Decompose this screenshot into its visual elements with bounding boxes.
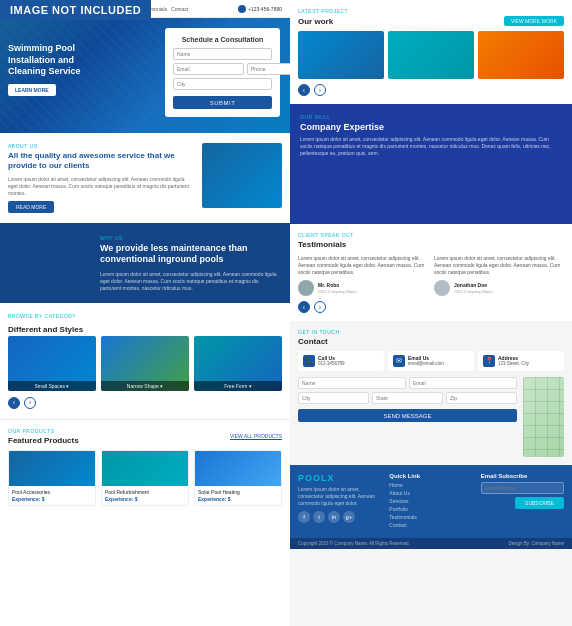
email-icon: ✉ [393, 355, 405, 367]
product-2-price: Experience: $ [105, 496, 185, 502]
footer-link-testimonials[interactable]: Testimonials [389, 514, 472, 520]
footer-copyright: Copyright 2023 © Company Name. All Right… [290, 538, 572, 549]
testimonials-heading: Testimonials [298, 240, 564, 249]
product-1-name: Pool Accessories [12, 489, 92, 495]
maintenance-label: Why Us [100, 235, 278, 241]
phone-input[interactable] [247, 63, 290, 75]
map-grid [523, 377, 564, 457]
footer-links-heading: Quick Link [389, 473, 472, 479]
category-section: Browse By Category Different and Styles … [0, 303, 290, 419]
service-read-more-button[interactable]: READ MORE [8, 201, 54, 213]
contact-icon-cards: 📞 Call Us 012-3456789 ✉ Email Us email@e… [298, 351, 564, 371]
phone-icon [238, 5, 246, 13]
category-label: Browse By Category [8, 313, 282, 319]
product-3-name: Solar Pool Heating [198, 489, 278, 495]
contact-city-input[interactable] [298, 392, 369, 404]
expertise-description: Lorem ipsum dolor sit amet, consectetur … [300, 136, 562, 157]
googleplus-icon[interactable]: g+ [343, 511, 355, 523]
contact-name-input[interactable] [298, 377, 406, 389]
left-column: POOLX Home About Our Services Our Work T… [0, 0, 290, 626]
contact-call-card: 📞 Call Us 012-3456789 [298, 351, 384, 371]
facebook-icon[interactable]: f [298, 511, 310, 523]
contact-call-text: 012-3456789 [318, 361, 345, 367]
testimonial-1-title: CEO Company Name [318, 289, 357, 295]
testimonial-2-name: Jonathan Doe [454, 282, 493, 289]
contact-submit-button[interactable]: SEND MESSAGE [298, 409, 517, 422]
form-submit-button[interactable]: SUBMIT [173, 96, 272, 109]
name-input[interactable] [173, 48, 272, 60]
work-heading: Our work [298, 17, 333, 26]
city-input[interactable] [173, 78, 272, 90]
testimonials-section: Client Speak Out Testimonials Lorem ipsu… [290, 224, 572, 321]
product-cards: Pool Accessories Experience: $ Pool Refu… [8, 450, 282, 506]
nav-dot-prev[interactable]: ‹ [8, 397, 20, 409]
contact-email-card: ✉ Email Us email@email.com [388, 351, 474, 371]
expertise-text: Company Expertise Lorem ipsum dolor sit … [300, 122, 562, 222]
footer-link-about[interactable]: About Us [389, 490, 472, 496]
twitter-icon[interactable]: t [313, 511, 325, 523]
right-column: Latest Project Our work VIEW MORE WORK ‹… [290, 0, 572, 626]
category-heading: Different and Styles [8, 325, 282, 334]
testimonial-1: Lorem ipsum dolor sit amet, consectetur … [298, 255, 428, 296]
contact-email-input[interactable] [409, 377, 517, 389]
product-1-info: Pool Accessories Experience: $ [9, 486, 95, 505]
work-dot-next[interactable]: › [314, 84, 326, 96]
footer-link-services[interactable]: Services [389, 498, 472, 504]
hero-heading: Swimming Pool Installation and Cleaning … [8, 43, 108, 78]
testimonials-label: Client Speak Out [298, 232, 564, 238]
form-row-2 [173, 63, 272, 75]
email-input[interactable] [173, 63, 244, 75]
call-icon: 📞 [303, 355, 315, 367]
category-card-3-label: Free Form ▾ [194, 381, 282, 391]
testimonial-dot-prev[interactable]: ‹ [298, 301, 310, 313]
contact-form: SEND MESSAGE [298, 377, 517, 457]
expertise-heading: Company Expertise [300, 122, 562, 132]
product-card-2[interactable]: Pool Refurbishment Experience: $ [101, 450, 189, 506]
work-image-3 [478, 31, 564, 79]
form-title: Schedule a Consultation [173, 36, 272, 43]
service-text: About Us All the quality and awesome ser… [8, 143, 194, 213]
linkedin-icon[interactable]: in [328, 511, 340, 523]
contact-state-input[interactable] [372, 392, 443, 404]
category-card-1[interactable]: Small Spaces ▾ [8, 336, 96, 391]
consultation-form: Schedule a Consultation SUBMIT [165, 28, 280, 117]
footer-link-portfolio[interactable]: Portfolio [389, 506, 472, 512]
view-more-work-button[interactable]: VIEW MORE WORK [504, 16, 564, 26]
footer-links: Quick Link Home About Us Services Portfo… [389, 473, 472, 530]
expertise-section: Our Skill Company Expertise Lorem ipsum … [290, 104, 572, 224]
footer-email: Email Subscribe SUBSCRIBE [481, 473, 564, 530]
work-images [298, 31, 564, 79]
navbar-phone: +123-456-7890 [238, 5, 282, 13]
hero-cta-button[interactable]: LEARN MORE [8, 84, 56, 96]
page-wrapper: POOLX Home About Our Services Our Work T… [0, 0, 572, 626]
testimonial-dot-next[interactable]: › [314, 301, 326, 313]
product-3-info: Solar Pool Heating Experience: $ [195, 486, 281, 505]
nav-contact[interactable]: Contact [171, 6, 188, 12]
product-1-image [9, 451, 95, 486]
product-card-1[interactable]: Pool Accessories Experience: $ [8, 450, 96, 506]
product-card-3[interactable]: Solar Pool Heating Experience: $ [194, 450, 282, 506]
footer-email-input[interactable] [481, 482, 564, 494]
product-2-image [102, 451, 188, 486]
contact-section: Get in Touch Contact 📞 Call Us 012-34567… [290, 321, 572, 465]
footer-subscribe-button[interactable]: SUBSCRIBE [515, 497, 564, 509]
contact-zip-input[interactable] [446, 392, 517, 404]
products-label: Our Products [8, 428, 79, 434]
category-card-2[interactable]: Narrow Shape ▾ [101, 336, 189, 391]
maintenance-section: Why Us We provide less maintenance than … [0, 223, 290, 303]
product-2-info: Pool Refurbishment Experience: $ [102, 486, 188, 505]
form-row-1 [173, 48, 272, 60]
view-all-products-link[interactable]: VIEW ALL PRODUCTS [230, 433, 282, 439]
category-card-3[interactable]: Free Form ▾ [194, 336, 282, 391]
work-dot-prev[interactable]: ‹ [298, 84, 310, 96]
work-nav-dots: ‹ › [298, 84, 564, 96]
footer-link-home[interactable]: Home [389, 482, 472, 488]
service-heading: All the quality and awesome service that… [8, 151, 194, 172]
footer-link-contact[interactable]: Contact [389, 522, 472, 528]
nav-dot-next[interactable]: › [24, 397, 36, 409]
service-image [202, 143, 282, 208]
footer-brand: POOLX Lorem ipsum dolor sit amet, consec… [298, 473, 381, 530]
contact-label: Get in Touch [298, 329, 564, 335]
product-3-price: Experience: $ [198, 496, 278, 502]
service-description: Lorem ipsum dolor sit amet, consectetur … [8, 176, 194, 197]
